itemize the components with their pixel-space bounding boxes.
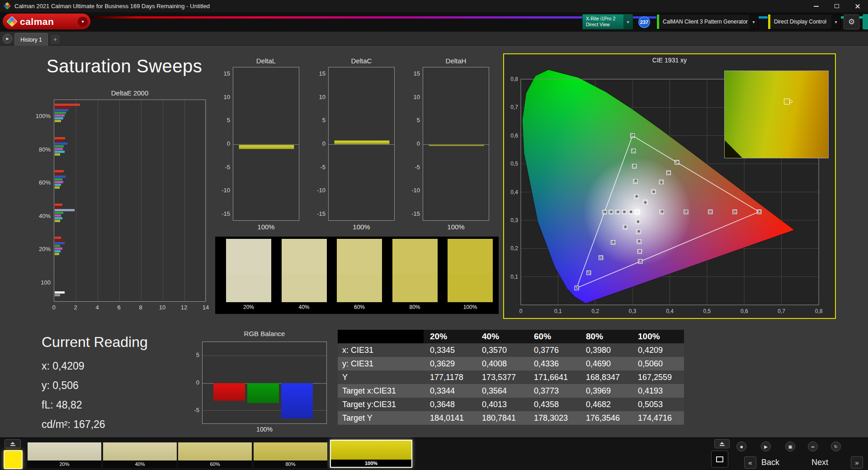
- table-cell: 0,3344: [424, 384, 476, 398]
- table-cell: 177,1178: [424, 370, 476, 384]
- rgb-balance-title: RGB Balance: [202, 330, 327, 337]
- chevron-down-icon: ▾: [623, 14, 632, 29]
- x-axis-tick-label: 0,6: [741, 308, 748, 314]
- maximize-button[interactable]: [826, 0, 847, 12]
- deltae-bar: [55, 151, 65, 153]
- deltae-y-axis-label: 20%: [16, 246, 51, 252]
- back-chevron-button[interactable]: «: [744, 456, 756, 469]
- current-reading-fl: fL: 48,82: [42, 399, 82, 411]
- app-logo-icon: [4, 2, 11, 10]
- close-button[interactable]: [847, 0, 868, 12]
- y-axis-label: 15: [210, 70, 230, 77]
- deltae-bar: [55, 239, 63, 242]
- deltae-bar: [55, 250, 61, 252]
- swatch-column-label: 40%: [282, 304, 327, 310]
- eject-button-left[interactable]: [5, 439, 21, 448]
- tab-scroll-button[interactable]: ▶: [3, 34, 12, 43]
- deltae-y-axis-label: 60%: [16, 179, 51, 186]
- pattern-source-dropdown[interactable]: CalMAN Client 3 Pattern Generator ▾: [656, 14, 759, 29]
- meter-dropdown[interactable]: X-Rite i1Pro 2 Direct View ▾: [582, 14, 633, 29]
- display-control-dropdown[interactable]: Direct Display Control ▾: [768, 14, 841, 29]
- deltae-x-axis-label: 10: [156, 304, 169, 311]
- measured-point-red: [685, 210, 688, 213]
- deltal-plot: [233, 67, 299, 221]
- deltae-bar: [55, 142, 67, 145]
- deltae-bar: [55, 153, 60, 156]
- save-icon: ▣: [788, 444, 792, 449]
- measured-point-green: [635, 195, 638, 198]
- settings-button[interactable]: ⚙: [844, 14, 859, 29]
- stop-icon: ■: [740, 444, 743, 449]
- y-axis-label: 5: [306, 117, 326, 123]
- y-axis-tick-label: 0,3: [510, 217, 518, 223]
- deltae-bar: [55, 176, 66, 178]
- measured-point-magenta: [638, 240, 641, 242]
- swatch-label: 40%: [103, 461, 177, 468]
- pattern-source-label: CalMAN Client 3 Pattern Generator: [659, 14, 749, 29]
- deltae-bar: [55, 114, 65, 117]
- deltae-bar: [55, 104, 80, 106]
- eject-icon-bar: [720, 445, 725, 446]
- meter-mode: Direct View: [586, 22, 623, 28]
- saturation-swatch-button-60%[interactable]: 60%: [178, 442, 252, 468]
- tab-history-1[interactable]: History 1: [14, 33, 48, 46]
- eject-icon: [720, 442, 724, 444]
- swatch-label: 60%: [178, 461, 252, 468]
- table-cell: 0,3980: [580, 343, 632, 357]
- y-axis-tick-label: 0,7: [510, 104, 518, 110]
- refresh-button[interactable]: ↻: [831, 442, 841, 451]
- cie-chart-title: CIE 1931 xy: [504, 57, 835, 64]
- saturation-swatch-button-20%[interactable]: 20%: [28, 442, 101, 468]
- y-axis-label: -15: [210, 210, 230, 217]
- deltae-x-axis-label: 6: [112, 304, 126, 311]
- link-button[interactable]: ∞: [808, 442, 818, 451]
- deltae-bar: [55, 137, 65, 139]
- back-button[interactable]: Back: [761, 456, 779, 469]
- calman-menu-button[interactable]: calman ▾: [3, 14, 90, 29]
- current-reading-y: y: 0,506: [42, 380, 79, 392]
- next-button[interactable]: Next: [811, 456, 828, 469]
- deltae-x-axis-label: 2: [69, 304, 82, 311]
- display-pattern-button[interactable]: [711, 451, 728, 468]
- measured-point-yellow: [652, 190, 655, 193]
- cie-zoom-inset: [724, 71, 829, 158]
- y-axis-label: -10: [210, 187, 230, 194]
- eject-button-right[interactable]: [714, 439, 730, 448]
- gridline: [203, 356, 326, 356]
- delta-bar: [239, 145, 294, 149]
- deltae-bar: [55, 253, 59, 255]
- deltae-bar: [55, 112, 66, 114]
- deltac-plot: [328, 67, 395, 221]
- swatch-fill: [103, 442, 177, 461]
- next-chevron-button[interactable]: »: [851, 456, 863, 469]
- deltae-bar: [55, 140, 62, 142]
- saturation-swatch-button-100%[interactable]: 100%: [330, 440, 412, 468]
- table-row: Target x:CIE310,33440,35640,37730,39690,…: [338, 384, 684, 398]
- current-reading-x: x: 0,4209: [42, 360, 85, 372]
- measured-point-red: [734, 210, 736, 213]
- gear-icon: ⚙: [848, 17, 855, 27]
- stop-button[interactable]: ■: [736, 442, 746, 451]
- save-button[interactable]: ▣: [785, 442, 795, 451]
- inset-measured-circle: [789, 100, 793, 103]
- title-bar: Calman 2021 Calman Ultimate for Business…: [0, 0, 868, 12]
- calman-diamond-icon: [6, 16, 17, 27]
- y-axis-label: -15: [306, 210, 326, 217]
- rgb-y-axis-label: 0: [180, 379, 199, 386]
- saturation-swatch-button-40%[interactable]: 40%: [103, 442, 177, 468]
- y-axis-label: 0: [400, 140, 420, 147]
- play-button[interactable]: ▶: [761, 442, 771, 451]
- swatch-label: 100%: [331, 460, 411, 467]
- y-axis-label: -5: [400, 164, 420, 171]
- minimize-button[interactable]: [806, 0, 826, 12]
- add-tab-button[interactable]: +: [51, 35, 60, 44]
- target-swatch: [392, 274, 438, 302]
- y-axis-label: 10: [210, 94, 230, 100]
- current-patch-swatch: [4, 450, 23, 469]
- deltae-chart-title: DeltaE 2000: [54, 89, 206, 97]
- swatch-fill: [28, 442, 101, 461]
- meter-dropdown-text: X-Rite i1Pro 2 Direct View: [583, 14, 623, 29]
- chevron-down-icon: ▾: [749, 14, 758, 29]
- table-column-header: 100%: [632, 330, 684, 343]
- saturation-swatch-button-80%[interactable]: 80%: [254, 442, 327, 468]
